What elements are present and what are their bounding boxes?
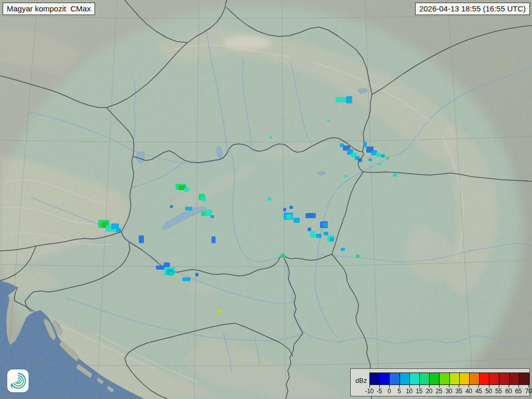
legend-color-cell (470, 373, 480, 384)
legend-color-cell (370, 373, 380, 384)
grain-overlay (0, 0, 532, 399)
timestamp-label: 2026-04-13 18:55 (16:55 UTC) (415, 3, 530, 15)
legend-axis: -10-50510152025303540455055606570 (369, 384, 528, 396)
legend-color-cell (440, 373, 449, 384)
legend-color-cell (390, 373, 400, 384)
radar-product-screen: Magyar kompozit CMax 2026-04-13 18:55 (1… (0, 0, 532, 399)
weather-service-logo (7, 369, 29, 392)
legend-color-cell (380, 373, 390, 384)
map-canvas (0, 0, 532, 399)
legend-color-cell (450, 373, 460, 384)
legend-color-cell (430, 373, 440, 384)
product-label: Magyar kompozit CMax (3, 3, 95, 15)
legend-color-cell (499, 373, 509, 384)
spiral-logo-icon (9, 372, 27, 390)
legend-colorbar (369, 373, 529, 385)
legend-color-cell (420, 373, 430, 384)
legend-color-cell (480, 373, 489, 384)
legend-color-cell (520, 373, 529, 384)
legend-color-cell (410, 373, 420, 384)
legend-color-cell (400, 373, 410, 384)
legend-unit-label: dBz (355, 377, 367, 384)
legend-tick-label: 70 (521, 388, 532, 395)
dbz-legend-panel: dBz -10-50510152025303540455055606570 (350, 368, 530, 396)
legend-color-cell (510, 373, 520, 384)
legend-color-cell (460, 373, 470, 384)
legend-color-cell (489, 373, 499, 384)
